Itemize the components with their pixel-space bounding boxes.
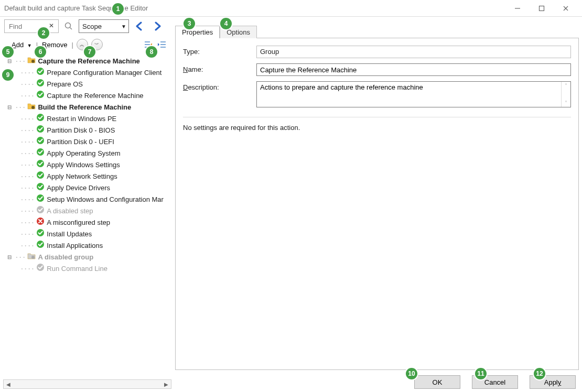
svg-point-18 bbox=[37, 125, 44, 133]
tree-step-label: Apply Operating System bbox=[47, 148, 120, 159]
tab-properties[interactable]: Properties bbox=[175, 26, 220, 38]
tree-step[interactable]: ····Partition Disk 0 - UEFI bbox=[5, 136, 171, 148]
tree-step-label: Install Applications bbox=[47, 241, 103, 251]
annotation-badge: 8 bbox=[146, 46, 157, 58]
annotation-badge: 3 bbox=[184, 18, 195, 29]
svg-rect-6 bbox=[145, 41, 150, 42]
tree-step[interactable]: ····Apply Operating System bbox=[5, 148, 171, 159]
collapse-icon[interactable]: ⊟ bbox=[6, 254, 13, 260]
tree-step[interactable]: ····Prepare Configuration Manager Client bbox=[5, 67, 171, 79]
collapse-icon[interactable]: ⊟ bbox=[6, 58, 13, 64]
task-tree[interactable]: ⊟···Capture the Reference Machine····Pre… bbox=[3, 53, 171, 379]
tree-step[interactable]: ····A misconfigured step bbox=[5, 217, 171, 228]
tree-group[interactable]: ⊟···Build the Reference Machine bbox=[5, 102, 171, 113]
minimize-button[interactable] bbox=[505, 0, 530, 17]
svg-point-29 bbox=[31, 256, 35, 259]
tree-step[interactable]: ····Apply Network Settings bbox=[5, 171, 171, 182]
svg-rect-11 bbox=[160, 47, 166, 48]
name-input[interactable] bbox=[256, 63, 571, 76]
nav-forward-button[interactable] bbox=[150, 19, 165, 33]
tree-step-label: Partition Disk 0 - BIOS bbox=[47, 125, 115, 136]
tree-step-label: Prepare OS bbox=[47, 79, 83, 90]
tree-step[interactable]: ····Install Applications bbox=[5, 240, 171, 252]
tree-step-label: Capture the Reference Machine bbox=[47, 91, 143, 101]
window-controls bbox=[505, 0, 578, 17]
horizontal-scrollbar[interactable]: ◀ ▶ bbox=[3, 379, 171, 389]
ok-button[interactable]: OK bbox=[414, 375, 460, 389]
description-input[interactable]: Actions to prepare and capture the refer… bbox=[257, 82, 561, 107]
svg-point-20 bbox=[37, 148, 44, 156]
nav-back-button[interactable] bbox=[132, 19, 147, 33]
tree-step[interactable]: ····Install Updates bbox=[5, 228, 171, 240]
svg-point-24 bbox=[37, 194, 44, 202]
svg-point-25 bbox=[37, 206, 44, 213]
tree-group[interactable]: ⊟···A disabled group bbox=[5, 252, 171, 263]
status-icon bbox=[36, 79, 45, 90]
annotation-badge: 12 bbox=[534, 368, 545, 379]
left-pane: Add ▼ | Remove | ︽ ︾ ⊟···Capture the Ref… bbox=[3, 38, 172, 389]
tree-step[interactable]: ····Apply Device Drivers bbox=[5, 182, 171, 194]
chevron-down-icon: ▼ bbox=[121, 24, 126, 29]
tree-step-label: Apply Windows Settings bbox=[47, 160, 120, 170]
tree-step-label: Apply Device Drivers bbox=[47, 183, 110, 193]
svg-point-30 bbox=[37, 264, 44, 271]
dialog-button-row: OK Cancel Apply bbox=[175, 370, 579, 389]
svg-point-15 bbox=[37, 91, 44, 98]
svg-point-28 bbox=[37, 241, 44, 248]
folder-icon bbox=[27, 56, 36, 67]
annotation-badge: 1 bbox=[112, 3, 124, 15]
tree-step[interactable]: ····Prepare OS bbox=[5, 79, 171, 90]
svg-rect-10 bbox=[160, 44, 166, 45]
annotation-badge: 10 bbox=[406, 368, 417, 379]
status-icon bbox=[36, 171, 45, 182]
search-icon[interactable] bbox=[62, 19, 76, 33]
divider bbox=[183, 117, 571, 117]
no-settings-note: No settings are required for this action… bbox=[183, 124, 571, 132]
svg-line-5 bbox=[70, 28, 72, 30]
name-label: Name: bbox=[183, 63, 256, 73]
window-title: Default build and capture Task Sequence … bbox=[4, 4, 505, 12]
annotation-badge: 9 bbox=[2, 69, 14, 81]
main-area: Add ▼ | Remove | ︽ ︾ ⊟···Capture the Ref… bbox=[3, 38, 579, 389]
indent-icon[interactable] bbox=[157, 39, 167, 50]
tree-step[interactable]: ····Restart in Windows PE bbox=[5, 113, 171, 125]
tree-step[interactable]: ····Setup Windows and Configuration Mar bbox=[5, 194, 171, 205]
svg-point-4 bbox=[66, 23, 71, 28]
status-icon bbox=[36, 182, 45, 194]
status-icon bbox=[36, 113, 45, 125]
svg-point-17 bbox=[37, 114, 44, 121]
annotation-badge: 2 bbox=[38, 27, 49, 39]
tree-step-label: Setup Windows and Configuration Mar bbox=[47, 194, 164, 205]
status-icon bbox=[36, 194, 45, 205]
annotation-badge: 11 bbox=[475, 368, 487, 379]
close-button[interactable] bbox=[554, 0, 578, 17]
chevron-down-icon: ▼ bbox=[27, 43, 32, 48]
tree-step[interactable]: ····Partition Disk 0 - BIOS bbox=[5, 125, 171, 136]
svg-point-21 bbox=[37, 160, 44, 167]
scope-label: Scope bbox=[82, 23, 102, 30]
scroll-left-icon[interactable]: ◀ bbox=[4, 380, 13, 388]
tree-step-label: Partition Disk 0 - UEFI bbox=[47, 137, 114, 147]
annotation-badge: 7 bbox=[84, 46, 95, 58]
right-pane: Properties Options Type: Group Name: Des… bbox=[172, 38, 579, 389]
tab-strip: Properties Options bbox=[175, 24, 579, 38]
maximize-button[interactable] bbox=[530, 0, 554, 17]
add-menu[interactable]: Add ▼ bbox=[10, 40, 33, 50]
tree-step-label: Prepare Configuration Manager Client bbox=[47, 68, 161, 78]
tree-step[interactable]: ····Apply Windows Settings bbox=[5, 159, 171, 171]
collapse-icon[interactable]: ⊟ bbox=[6, 104, 13, 111]
tree-step[interactable]: ····Run Command Line bbox=[5, 263, 171, 275]
find-input-wrapper[interactable]: ✕ bbox=[4, 19, 59, 33]
tree-step-label: A disabled step bbox=[47, 206, 93, 216]
status-icon bbox=[36, 228, 45, 240]
scroll-right-icon[interactable]: ▶ bbox=[161, 380, 171, 388]
tree-step[interactable]: ····A disabled step bbox=[5, 205, 171, 217]
tree-step[interactable]: ····Capture the Reference Machine bbox=[5, 90, 171, 102]
tree-step-label: Run Command Line bbox=[47, 264, 107, 274]
annotation-badge: 4 bbox=[220, 18, 232, 29]
svg-point-27 bbox=[37, 229, 44, 236]
scope-dropdown[interactable]: Scope ▼ bbox=[79, 19, 129, 33]
svg-point-23 bbox=[37, 183, 44, 190]
textarea-scrollbar[interactable]: ˄˅ bbox=[561, 82, 570, 107]
type-value: Group bbox=[256, 46, 571, 58]
